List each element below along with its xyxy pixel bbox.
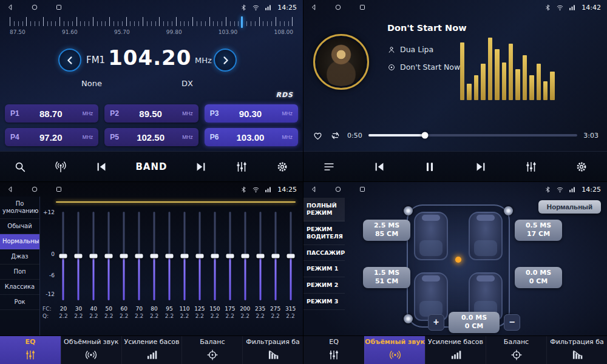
tab-filter[interactable]: Фильтрация ба (242, 336, 303, 364)
next-button[interactable] (474, 160, 487, 174)
nav-back-icon[interactable] (310, 3, 318, 12)
eq-preset-item[interactable]: По умолчанию (0, 197, 39, 219)
eq-slider-knob[interactable] (90, 254, 98, 258)
seek-slider[interactable] (368, 134, 578, 136)
eq-slider-knob[interactable] (226, 254, 234, 258)
nav-recents-icon[interactable] (358, 185, 367, 194)
favorite-button[interactable] (312, 130, 324, 141)
eq-preset-item[interactable]: Обычай (0, 219, 39, 234)
delay-decrease-button[interactable]: − (504, 314, 520, 331)
eq-band-slider[interactable] (162, 211, 177, 302)
eq-button[interactable] (524, 160, 538, 174)
seek-knob[interactable] (421, 132, 428, 139)
search-button[interactable] (13, 160, 27, 174)
pause-button[interactable] (423, 160, 436, 174)
eq-button[interactable] (235, 160, 248, 174)
eq-band-slider[interactable] (237, 211, 253, 302)
sound-preset-button[interactable]: Нормальный (538, 200, 601, 214)
delay-center[interactable]: 0.0 MS 0 CM (449, 312, 500, 333)
nav-home-icon[interactable] (30, 3, 39, 12)
mode-item[interactable]: РЕЖИМ ВОДИТЕЛЯ (304, 221, 345, 245)
repeat-button[interactable] (330, 130, 341, 141)
nav-home-icon[interactable] (334, 3, 342, 12)
band-button[interactable]: BAND (135, 161, 167, 172)
mode-item[interactable]: ПАССАЖИР (304, 245, 345, 261)
eq-slider-knob[interactable] (59, 254, 67, 258)
eq-slider-knob[interactable] (166, 254, 174, 258)
nav-recents-icon[interactable] (358, 3, 367, 12)
frequency-ruler[interactable]: 87.5091.6095.7099.80103.90108.00 (10, 16, 293, 42)
tune-down-button[interactable] (58, 49, 81, 72)
eq-band-slider[interactable] (253, 211, 268, 302)
prev-button[interactable] (95, 160, 108, 174)
tab-surround[interactable]: Объёмный звук (61, 336, 121, 364)
nav-home-icon[interactable] (30, 185, 39, 194)
tab-surround[interactable]: Объёмный звук (364, 336, 425, 364)
eq-slider-knob[interactable] (211, 254, 219, 258)
mode-item[interactable]: РЕЖИМ 1 (304, 261, 345, 277)
eq-slider-knob[interactable] (75, 254, 83, 258)
eq-preset-item[interactable]: Классика (0, 280, 39, 295)
mode-item[interactable]: ПОЛНЫЙ РЕЖИМ (304, 198, 345, 221)
nav-back-icon[interactable] (310, 185, 318, 194)
tab-bass[interactable]: Усиление басов (121, 336, 182, 364)
eq-preset-item[interactable]: Нормальный (0, 234, 39, 249)
preset-p5[interactable]: P5102.50MHz (104, 128, 198, 146)
eq-slider-knob[interactable] (135, 254, 143, 258)
eq-band-slider[interactable] (283, 211, 298, 302)
tab-balance[interactable]: Баланс (486, 336, 546, 364)
broadcast-button[interactable] (54, 160, 67, 174)
eq-band-slider[interactable] (117, 211, 132, 302)
tune-up-button[interactable] (214, 49, 237, 72)
preset-p3[interactable]: P390.30MHz (205, 104, 298, 123)
eq-slider-knob[interactable] (105, 254, 113, 258)
delay-increase-button[interactable]: + (428, 314, 444, 331)
delay-rear-left[interactable]: 1.5 MS 51 CM (363, 267, 410, 288)
eq-preset-item[interactable]: Рок (0, 295, 39, 310)
eq-slider-knob[interactable] (120, 254, 128, 258)
prev-button[interactable] (373, 160, 386, 174)
preset-p6[interactable]: P6103.00MHz (205, 128, 298, 146)
settings-button[interactable] (276, 160, 289, 174)
mode-item[interactable]: РЕЖИМ 2 (304, 277, 345, 294)
eq-band-slider[interactable] (56, 211, 71, 302)
eq-preset-item[interactable]: Джаз (0, 249, 39, 265)
nav-home-icon[interactable] (334, 185, 342, 194)
eq-band-slider[interactable] (222, 211, 237, 302)
eq-slider-knob[interactable] (241, 254, 249, 258)
eq-preset-item[interactable]: Поп (0, 265, 39, 280)
eq-band-slider[interactable] (268, 211, 283, 302)
nav-back-icon[interactable] (6, 185, 15, 194)
eq-band-slider[interactable] (192, 211, 207, 302)
eq-slider-knob[interactable] (271, 254, 279, 258)
eq-slider-knob[interactable] (180, 254, 188, 258)
settings-button[interactable] (575, 160, 588, 174)
preset-p2[interactable]: P289.50MHz (104, 104, 198, 123)
eq-band-slider[interactable] (147, 211, 162, 302)
nav-back-icon[interactable] (6, 3, 15, 12)
tab-eq[interactable]: EQ (0, 336, 61, 364)
playlist-button[interactable] (322, 160, 336, 174)
preset-p1[interactable]: P188.70MHz (5, 104, 98, 123)
nav-recents-icon[interactable] (55, 3, 63, 12)
delay-rear-right[interactable]: 0.0 MS 0 CM (515, 267, 562, 288)
eq-band-slider[interactable] (207, 211, 222, 302)
eq-band-slider[interactable] (132, 211, 147, 302)
eq-slider-knob[interactable] (256, 254, 264, 258)
eq-band-slider[interactable] (101, 211, 117, 302)
nav-recents-icon[interactable] (55, 185, 63, 194)
delay-front-left[interactable]: 2.5 MS 85 CM (363, 220, 410, 241)
eq-band-slider[interactable] (177, 211, 192, 302)
next-button[interactable] (194, 160, 208, 174)
eq-slider-knob[interactable] (287, 254, 294, 258)
listening-position-dot[interactable] (455, 257, 461, 263)
tab-filter[interactable]: Фильтрация ба (546, 336, 607, 364)
preset-p4[interactable]: P497.20MHz (5, 128, 98, 146)
tab-balance[interactable]: Баланс (181, 336, 242, 364)
eq-band-slider[interactable] (86, 211, 101, 302)
eq-band-slider[interactable] (71, 211, 86, 302)
eq-slider-knob[interactable] (195, 254, 203, 258)
eq-slider-knob[interactable] (151, 254, 158, 258)
mode-item[interactable]: РЕЖИМ 3 (304, 294, 345, 310)
delay-front-right[interactable]: 0.5 MS 17 CM (515, 220, 562, 241)
